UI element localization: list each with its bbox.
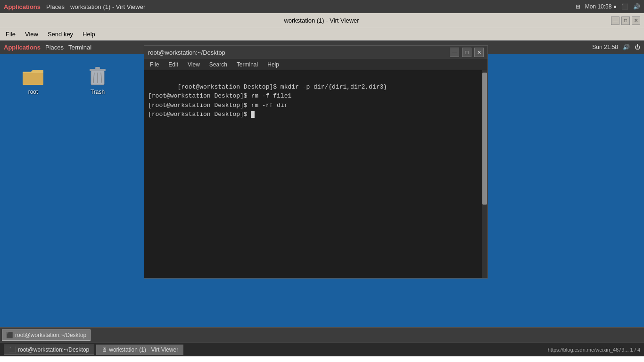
terminal-line-4: [root@workstation Desktop]$: [148, 111, 251, 118]
scrollbar-thumb[interactable]: [482, 73, 487, 205]
guest-panel-right: Sun 21:58 🔊 ⏻: [592, 44, 640, 50]
terminal-scrollbar[interactable]: [482, 70, 487, 278]
desktop-icon-root[interactable]: root: [14, 64, 52, 95]
guest-applications-menu[interactable]: Applications: [4, 44, 41, 51]
host-taskbar-url: https://blog.csdn.me/weixin_4679...: [548, 347, 629, 353]
virt-sendkey-menu[interactable]: Send key: [44, 30, 77, 39]
host-topbar-left: Applications Places workstation (1) - Vi…: [4, 3, 145, 10]
host-places-menu[interactable]: Places: [46, 3, 65, 10]
virt-titlebar-controls: — □ ✕: [611, 16, 640, 25]
host-datetime: Mon 10:58 ●: [585, 3, 617, 10]
host-taskbar-right: https://blog.csdn.me/weixin_4679... 1 / …: [548, 347, 640, 353]
terminal-menubar: File Edit View Search Terminal Help: [144, 59, 487, 70]
host-topbar-right: ⊞ Mon 10:58 ● ⬛ 🔊: [576, 3, 640, 10]
host-display-icon: ⬛: [621, 3, 628, 10]
host-task-terminal[interactable]: ⬛ root@workstation:~/Desktop: [4, 345, 94, 355]
desktop-icon-trash-label: Trash: [91, 89, 105, 95]
host-taskbar: ⬛ root@workstation:~/Desktop 🖥 workstati…: [0, 342, 644, 356]
guest-panel-left: Applications Places Terminal: [4, 44, 91, 51]
guest-places-menu[interactable]: Places: [45, 44, 64, 51]
host-task-terminal-label: root@workstation:~/Desktop: [18, 346, 89, 353]
desktop-icon-trash[interactable]: Trash: [79, 64, 116, 95]
host-task-virt-label: workstation (1) - Virt Viewer: [109, 346, 178, 353]
terminal-title: root@workstation:~/Desktop: [148, 49, 225, 56]
guest-taskbar-terminal-icon: ⬛: [6, 332, 13, 338]
terminal-search-menu[interactable]: Search: [206, 60, 231, 69]
guest-taskbar-terminal-label: root@workstation:~/Desktop: [15, 332, 86, 338]
terminal-titlebar: root@workstation:~/Desktop — □ ✕: [144, 46, 487, 59]
terminal-help-menu[interactable]: Help: [264, 60, 283, 69]
terminal-line-3: [root@workstation Desktop]$ rm -rf dir: [148, 102, 288, 109]
host-taskbar-page: 1 / 4: [630, 347, 640, 353]
host-taskbar-left: ⬛ root@workstation:~/Desktop 🖥 workstati…: [4, 345, 183, 355]
virt-maximize-button[interactable]: □: [621, 16, 630, 25]
guest-power-icon[interactable]: ⏻: [635, 44, 640, 50]
terminal-content[interactable]: [root@workstation Desktop]$ mkdir -p dir…: [144, 70, 482, 278]
terminal-terminal-menu[interactable]: Terminal: [233, 60, 262, 69]
terminal-cursor: [251, 111, 255, 118]
host-applications-menu[interactable]: Applications: [4, 3, 41, 10]
folder-icon: [22, 64, 44, 87]
terminal-file-menu[interactable]: File: [146, 60, 163, 69]
host-task-virt-icon: 🖥: [101, 346, 107, 353]
host-topbar: Applications Places workstation (1) - Vi…: [0, 0, 644, 13]
guest-terminal-menu[interactable]: Terminal: [68, 44, 91, 51]
host-sound-icon: 🔊: [633, 3, 640, 10]
terminal-line-2: [root@workstation Desktop]$ rm -f file1: [148, 92, 291, 99]
svg-rect-6: [95, 67, 100, 69]
virt-titlebar: workstation (1) - Virt Viewer — □ ✕: [0, 13, 644, 28]
virt-help-menu[interactable]: Help: [79, 30, 99, 39]
terminal-close-button[interactable]: ✕: [474, 48, 484, 57]
terminal-titlebar-controls: — □ ✕: [450, 48, 484, 57]
guest-taskbar: ⬛ root@workstation:~/Desktop: [0, 327, 644, 342]
svg-rect-2: [23, 73, 43, 85]
host-task-terminal-icon: ⬛: [9, 346, 16, 353]
terminal-line-1: [root@workstation Desktop]$ mkdir -p dir…: [177, 83, 387, 90]
virt-file-menu[interactable]: File: [2, 30, 19, 39]
guest-desktop: Applications Places Terminal Sun 21:58 🔊…: [0, 41, 644, 342]
guest-datetime: Sun 21:58: [592, 44, 618, 50]
host-task-virt[interactable]: 🖥 workstation (1) - Virt Viewer: [96, 345, 183, 355]
guest-sound-icon[interactable]: 🔊: [623, 44, 630, 50]
terminal-maximize-button[interactable]: □: [462, 48, 471, 57]
virt-viewer-title: workstation (1) - Virt Viewer: [32, 17, 611, 24]
host-window-title: workstation (1) - Virt Viewer: [70, 3, 145, 10]
virt-minimize-button[interactable]: —: [611, 16, 619, 25]
virt-close-button[interactable]: ✕: [632, 16, 640, 25]
terminal-minimize-button[interactable]: —: [450, 48, 459, 57]
host-network-icon: ⊞: [576, 3, 580, 10]
trash-icon: [86, 64, 109, 87]
guest-taskbar-terminal[interactable]: ⬛ root@workstation:~/Desktop: [2, 329, 91, 341]
terminal-view-menu[interactable]: View: [184, 60, 204, 69]
terminal-edit-menu[interactable]: Edit: [165, 60, 182, 69]
terminal-body: [root@workstation Desktop]$ mkdir -p dir…: [144, 70, 487, 278]
desktop-icon-root-label: root: [28, 89, 38, 95]
virt-view-menu[interactable]: View: [21, 30, 42, 39]
terminal-window: root@workstation:~/Desktop — □ ✕ File Ed…: [144, 45, 488, 279]
virt-menubar: File View Send key Help: [0, 28, 644, 41]
